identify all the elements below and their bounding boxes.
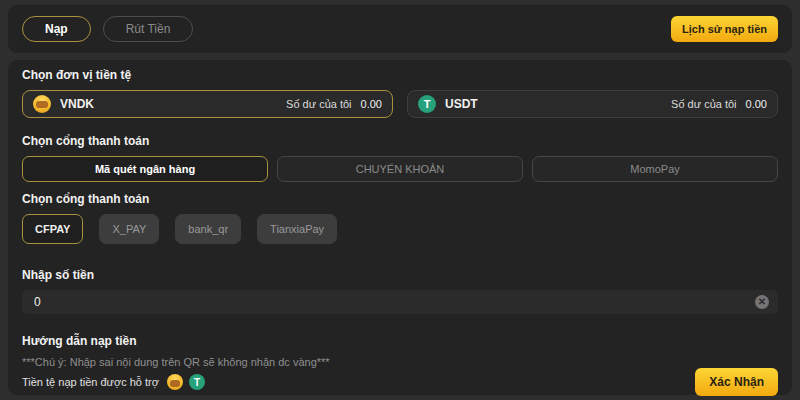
tab-deposit[interactable]: Nạp bbox=[22, 16, 91, 42]
tab-bank-transfer[interactable]: CHUYỂN KHOẢN bbox=[277, 156, 523, 182]
guide-note: ***Chú ý: Nhập sai nội dung trên QR sẽ k… bbox=[22, 356, 778, 368]
currency-option-usdt[interactable]: T USDT Số dư của tôi 0.00 bbox=[407, 90, 778, 118]
channel-cfpay[interactable]: CFPAY bbox=[22, 214, 83, 244]
balance-value: 0.00 bbox=[746, 98, 767, 110]
amount-section-title: Nhập số tiền bbox=[22, 268, 778, 282]
balance-label: Số dư của tôi bbox=[286, 98, 351, 110]
usdt-coin-icon: T bbox=[189, 374, 205, 390]
supported-currency-icons: T bbox=[167, 374, 205, 390]
vndk-coin-icon bbox=[167, 374, 183, 390]
currency-section-title: Chọn đơn vị tiền tệ bbox=[22, 68, 778, 82]
channel-bank-qr[interactable]: bank_qr bbox=[175, 214, 241, 244]
balance: Số dư của tôi 0.00 bbox=[671, 98, 767, 110]
deposit-history-button[interactable]: Lịch sử nạp tiền bbox=[671, 16, 778, 42]
confirm-button[interactable]: Xác Nhận bbox=[695, 368, 778, 396]
balance-label: Số dư của tôi bbox=[671, 98, 736, 110]
clear-icon[interactable]: ✕ bbox=[755, 295, 769, 309]
balance: Số dư của tôi 0.00 bbox=[286, 98, 382, 110]
currency-code: USDT bbox=[445, 97, 478, 111]
gateway-channels: CFPAY X_PAY bank_qr TianxiaPay bbox=[22, 214, 778, 244]
channel-tianxiapay[interactable]: TianxiaPay bbox=[257, 214, 337, 244]
vndk-coin-icon bbox=[33, 95, 51, 113]
gateway-channels-section-title: Chọn cổng thanh toán bbox=[22, 192, 778, 206]
tab-withdraw[interactable]: Rút Tiền bbox=[103, 16, 194, 42]
deposit-panel: Chọn đơn vị tiền tệ VNDK Số dư của tôi 0… bbox=[8, 60, 792, 395]
top-bar: Nạp Rút Tiền Lịch sử nạp tiền bbox=[8, 5, 792, 53]
currency-row: VNDK Số dư của tôi 0.00 T USDT Số dư của… bbox=[22, 90, 778, 118]
tab-momopay[interactable]: MomoPay bbox=[532, 156, 778, 182]
guide-section-title: Hướng dẫn nạp tiền bbox=[22, 334, 778, 348]
tab-bank-qr-scan[interactable]: Mã quét ngân hàng bbox=[22, 156, 268, 182]
supported-currencies-label: Tiền tệ nạp tiền được hỗ trợ bbox=[22, 376, 159, 388]
currency-option-vndk[interactable]: VNDK Số dư của tôi 0.00 bbox=[22, 90, 393, 118]
currency-code: VNDK bbox=[60, 97, 94, 111]
footer-row: Tiền tệ nạp tiền được hỗ trợ T Xác Nhận bbox=[22, 368, 778, 396]
usdt-coin-icon: T bbox=[418, 95, 436, 113]
gateway-tabs: Mã quét ngân hàng CHUYỂN KHOẢN MomoPay bbox=[22, 156, 778, 182]
channel-xpay[interactable]: X_PAY bbox=[99, 214, 159, 244]
balance-value: 0.00 bbox=[361, 98, 382, 110]
amount-input[interactable] bbox=[22, 290, 778, 314]
gateway-tabs-section-title: Chọn cổng thanh toán bbox=[22, 134, 778, 148]
amount-field-wrap: ✕ bbox=[22, 290, 778, 314]
